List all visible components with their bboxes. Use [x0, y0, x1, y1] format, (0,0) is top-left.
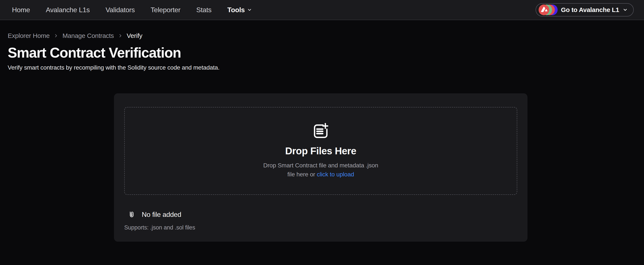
- nav-item-validators[interactable]: Validators: [106, 6, 135, 14]
- breadcrumb: Explorer Home Manage Contracts Verify: [8, 32, 634, 39]
- breadcrumb-explorer-home[interactable]: Explorer Home: [8, 32, 50, 39]
- breadcrumb-current-verify: Verify: [127, 32, 142, 39]
- post-add-icon: [312, 123, 329, 140]
- go-to-avalanche-l1-label: Go to Avalanche L1: [561, 6, 619, 14]
- chevron-right-icon: [118, 33, 123, 38]
- file-status-text: No file added: [142, 211, 181, 218]
- dropzone-description-line1: Drop Smart Contract file and metadata .j…: [263, 162, 378, 169]
- paperclip-icon: [128, 208, 135, 220]
- nav-item-tools-label: Tools: [227, 6, 244, 14]
- main-content: Explorer Home Manage Contracts Verify Sm…: [0, 20, 644, 242]
- nav-item-avalanche-l1s[interactable]: Avalanche L1s: [46, 6, 90, 14]
- top-nav: Home Avalanche L1s Validators Teleporter…: [0, 0, 644, 20]
- page: Home Avalanche L1s Validators Teleporter…: [0, 0, 644, 265]
- dropzone-description: Drop Smart Contract file and metadata .j…: [263, 161, 378, 179]
- click-to-upload-link[interactable]: click to upload: [317, 171, 354, 178]
- nav-item-stats[interactable]: Stats: [196, 6, 212, 14]
- nav-item-tools[interactable]: Tools: [227, 6, 252, 14]
- breadcrumb-manage-contracts[interactable]: Manage Contracts: [62, 32, 114, 39]
- supported-file-types: Supports: .json and .sol files: [124, 224, 517, 231]
- upload-card: Drop Files Here Drop Smart Contract file…: [114, 93, 528, 242]
- chevron-down-icon: [247, 7, 252, 13]
- dropzone-description-line2: file here or: [287, 171, 317, 178]
- nav-item-teleporter[interactable]: Teleporter: [151, 6, 180, 14]
- avalanche-logo-stack: [538, 5, 558, 15]
- nav-item-home[interactable]: Home: [12, 6, 30, 14]
- chevron-down-icon: [622, 7, 628, 13]
- page-subtitle: Verify smart contracts by recompiling wi…: [8, 64, 634, 71]
- file-status-row: No file added: [124, 208, 517, 220]
- page-title: Smart Contract Verification: [8, 45, 634, 61]
- chevron-right-icon: [54, 33, 58, 38]
- nav-items: Home Avalanche L1s Validators Teleporter…: [12, 6, 252, 14]
- dropzone-heading: Drop Files Here: [285, 145, 356, 157]
- file-dropzone[interactable]: Drop Files Here Drop Smart Contract file…: [124, 107, 517, 195]
- avalanche-logo-icon: [538, 5, 549, 15]
- go-to-avalanche-l1-button[interactable]: Go to Avalanche L1: [536, 3, 634, 17]
